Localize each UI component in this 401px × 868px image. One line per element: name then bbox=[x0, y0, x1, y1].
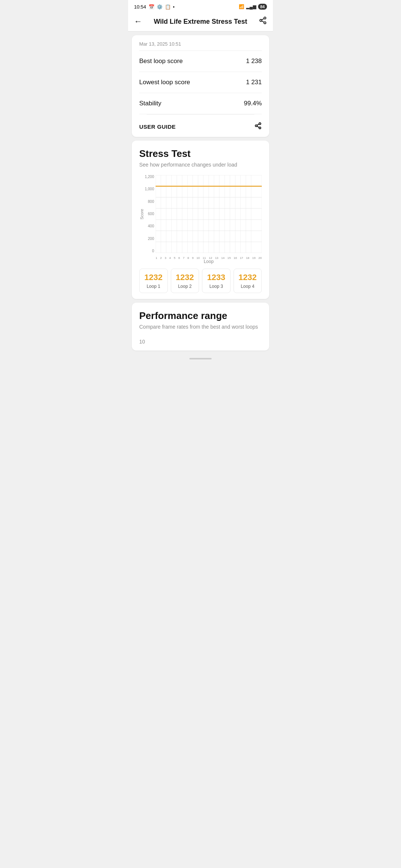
loop-4-label: Loop 4 bbox=[237, 284, 259, 289]
page-title: Wild Life Extreme Stress Test bbox=[154, 18, 247, 26]
svg-line-8 bbox=[257, 126, 259, 127]
lowest-loop-label: Lowest loop score bbox=[139, 79, 190, 86]
perf-range-subtitle: Compare frame rates from the best and wo… bbox=[139, 324, 262, 330]
loop-2-value: 1232 bbox=[174, 273, 196, 282]
dot-icon: ● bbox=[173, 5, 175, 9]
info-card: Mar 13, 2025 10:51 Best loop score 1 238… bbox=[132, 35, 269, 137]
loop-score-3: 1233 Loop 3 bbox=[202, 269, 231, 293]
y-label-1200: 1,200 bbox=[145, 175, 154, 179]
status-right: 📶 ▂▄▆ 84 bbox=[239, 4, 267, 10]
time-display: 10:54 bbox=[134, 4, 146, 10]
settings-icon: ⚙️ bbox=[157, 4, 163, 10]
loop-3-value: 1233 bbox=[205, 273, 227, 282]
stability-row: Stability 99.4% bbox=[139, 93, 262, 114]
bottom-pill bbox=[189, 358, 212, 359]
best-loop-label: Best loop score bbox=[139, 57, 183, 65]
stress-test-subtitle: See how performance changes under load bbox=[139, 162, 262, 168]
x-axis-label: Loop bbox=[156, 259, 262, 264]
loop-score-4: 1232 Loop 4 bbox=[234, 269, 262, 293]
y-label-200: 200 bbox=[148, 237, 154, 241]
stability-label: Stability bbox=[139, 100, 162, 107]
wifi-icon: 📶 bbox=[239, 4, 244, 9]
top-nav: ← Wild Life Extreme Stress Test bbox=[128, 12, 273, 32]
best-loop-value: 1 238 bbox=[246, 57, 262, 65]
user-guide-label: USER GUIDE bbox=[139, 124, 176, 130]
loop-score-1: 1232 Loop 1 bbox=[139, 269, 168, 293]
date-label: Mar 13, 2025 10:51 bbox=[139, 41, 262, 51]
y-label-0: 0 bbox=[152, 249, 154, 253]
best-loop-row: Best loop score 1 238 bbox=[139, 51, 262, 72]
y-label-600: 600 bbox=[148, 212, 154, 216]
status-left: 10:54 📅 ⚙️ 📋 ● bbox=[134, 4, 175, 10]
user-guide-share-icon[interactable] bbox=[254, 122, 262, 131]
lowest-loop-value: 1 231 bbox=[246, 79, 262, 86]
loop-score-2: 1232 Loop 2 bbox=[171, 269, 199, 293]
stress-test-card: Stress Test See how performance changes … bbox=[132, 141, 269, 299]
loop-1-label: Loop 1 bbox=[143, 284, 164, 289]
y-label-1000: 1,000 bbox=[145, 187, 154, 191]
y-axis-title: Score bbox=[140, 209, 144, 220]
loop-scores-container: 1232 Loop 1 1232 Loop 2 1233 Loop 3 1232… bbox=[139, 269, 262, 293]
back-button[interactable]: ← bbox=[134, 17, 142, 26]
chart-svg bbox=[156, 175, 262, 253]
svg-line-9 bbox=[257, 124, 259, 125]
calendar2-icon: 📋 bbox=[165, 4, 171, 10]
perf-range-title: Performance range bbox=[139, 310, 262, 322]
user-guide-row[interactable]: USER GUIDE bbox=[139, 116, 262, 137]
signal-icon: ▂▄▆ bbox=[246, 4, 256, 9]
performance-range-card: Performance range Compare frame rates fr… bbox=[132, 303, 269, 351]
perf-range-cutoff: 10 bbox=[139, 339, 145, 345]
lowest-loop-row: Lowest loop score 1 231 bbox=[139, 72, 262, 93]
y-label-800: 800 bbox=[148, 200, 154, 204]
stress-test-title: Stress Test bbox=[139, 148, 262, 160]
status-bar: 10:54 📅 ⚙️ 📋 ● 📶 ▂▄▆ 84 bbox=[128, 0, 273, 12]
loop-1-value: 1232 bbox=[143, 273, 164, 282]
chart-plot-area bbox=[156, 175, 262, 253]
loop-2-label: Loop 2 bbox=[174, 284, 196, 289]
battery-display: 84 bbox=[258, 4, 267, 10]
stability-value: 99.4% bbox=[244, 100, 262, 107]
bottom-bar bbox=[128, 354, 273, 363]
loop-3-label: Loop 3 bbox=[205, 284, 227, 289]
stress-test-chart: 1,200 1,000 800 600 400 200 0 Score bbox=[139, 175, 262, 264]
loop-4-value: 1232 bbox=[237, 273, 259, 282]
y-label-400: 400 bbox=[148, 224, 154, 228]
calendar-icon: 📅 bbox=[149, 4, 154, 10]
share-button[interactable] bbox=[259, 16, 267, 27]
svg-line-4 bbox=[262, 19, 264, 20]
svg-line-3 bbox=[262, 21, 264, 22]
